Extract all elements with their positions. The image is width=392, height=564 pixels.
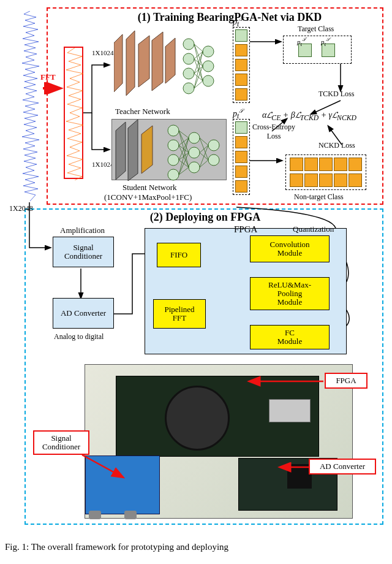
fpga-label: FPGA: [234, 224, 257, 235]
student-output-vector: [233, 119, 250, 195]
teacher-network: [114, 31, 224, 104]
student-network-label1: Student Network: [123, 183, 176, 192]
svg-point-8: [183, 68, 194, 79]
svg-marker-3: [138, 36, 149, 87]
svg-point-10: [203, 46, 214, 57]
photo-signal-arrow: [80, 451, 135, 482]
svg-marker-26: [128, 120, 138, 181]
svg-marker-1: [114, 34, 123, 92]
ptT-label: pt𝒯: [233, 16, 243, 28]
part1-title: (1) Training BearingPGA-Net via DKD: [98, 11, 361, 24]
target-ptT: pt𝒯: [297, 37, 305, 47]
figure-caption: Fig. 1: The overall framework for protot…: [5, 542, 387, 552]
input-split-arrows: [83, 44, 114, 167]
svg-point-28: [168, 125, 179, 136]
fc-module-box: FC Module: [250, 325, 330, 349]
svg-point-35: [208, 140, 219, 151]
target-class-label: Target Class: [298, 25, 334, 34]
svg-line-56: [82, 455, 123, 477]
pipelined-fft-box: Pipelined FFT: [153, 299, 206, 329]
ptS-label: pt𝒮: [233, 108, 243, 120]
analog-to-digital-label: Analog to digital: [54, 332, 104, 341]
svg-marker-2: [126, 31, 135, 96]
target-class-box: [283, 36, 352, 64]
raw-signal: [17, 11, 43, 201]
non-target-class-label: Non-target Class: [294, 192, 344, 202]
photo-fpga-arrow: [245, 374, 325, 392]
ad-converter-box: AD Converter: [53, 298, 114, 329]
photo-adc-arrow: [277, 462, 311, 474]
svg-point-31: [168, 169, 179, 180]
fft-label: FFT: [40, 72, 56, 82]
loss-formula: α𝓛CE + β𝓛TCKD + γ𝓛NCKD: [262, 110, 356, 122]
nckd-loss-label: NCKD Loss: [318, 141, 355, 150]
svg-point-29: [168, 140, 179, 151]
conv-module-box: Convolution Module: [250, 235, 330, 262]
signal-conditioner-box: Signal Conditioner: [53, 237, 114, 267]
svg-point-12: [203, 75, 214, 86]
target-ptS: pt𝒮: [321, 37, 330, 47]
photo-fpga-label: FPGA: [325, 373, 368, 389]
relu-pool-box: ReLU&Max- Pooling Module: [250, 277, 330, 310]
svg-marker-4: [152, 32, 163, 91]
figure-diagram: 1X2048 FFT (1) Training BearingPGA-Net v…: [6, 5, 386, 538]
svg-point-33: [189, 147, 200, 158]
fifo-box: FIFO: [157, 243, 201, 267]
svg-point-36: [208, 154, 219, 166]
quantization-label: Quantization: [293, 224, 334, 234]
svg-marker-25: [116, 122, 126, 180]
svg-point-7: [183, 53, 194, 64]
fft-output-box: [64, 47, 83, 179]
conv-dim-teacher: 1X1024: [92, 49, 113, 56]
svg-point-11: [203, 61, 214, 72]
svg-point-32: [189, 132, 200, 143]
teacher-network-label: Teacher Network: [115, 107, 170, 116]
photo-adc-label: AD Converter: [309, 459, 376, 474]
non-target-class-box: [285, 154, 366, 190]
teacher-output-vector: [233, 27, 250, 103]
svg-marker-5: [165, 38, 175, 83]
amplification-label: Amplification: [60, 226, 105, 235]
student-network-box: [111, 119, 227, 180]
svg-point-34: [189, 162, 200, 173]
svg-point-6: [183, 39, 194, 50]
conv-dim-student: 1X1024: [92, 161, 113, 168]
svg-point-9: [183, 83, 194, 94]
tckd-loss-label: TCKD Loss: [318, 90, 354, 99]
svg-marker-27: [141, 126, 153, 173]
svg-point-30: [168, 154, 179, 166]
fft-arrow: [42, 82, 64, 94]
